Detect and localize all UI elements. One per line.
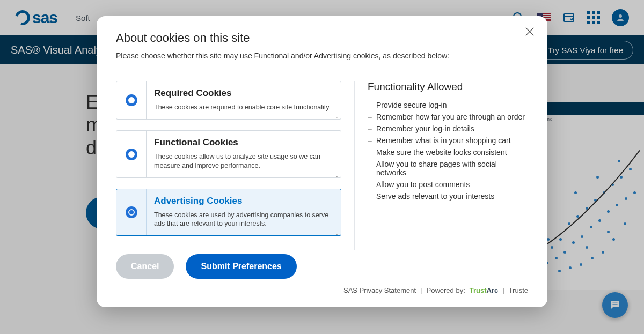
functionality-item: Allow you to post comments	[368, 179, 528, 190]
functionality-item: Make sure the website looks consistent	[368, 146, 528, 158]
card-desc: These cookies are used by advertising co…	[154, 211, 333, 228]
privacy-link[interactable]: SAS Privacy Statement	[343, 286, 416, 294]
radio-icon	[126, 206, 137, 218]
functionality-heading: Functionality Allowed	[368, 81, 528, 93]
close-button[interactable]	[524, 26, 536, 40]
divider	[116, 71, 528, 71]
footer-sep: |	[420, 286, 422, 294]
card-desc: These cookies are required to enable cor…	[154, 103, 333, 112]
submit-button[interactable]: Submit Preferences	[186, 254, 296, 279]
functionality-item: Serve ads relevant to your interests	[368, 190, 528, 202]
trustarc-logo[interactable]: TrustArc	[470, 286, 498, 294]
functionality-item: Allow you to share pages with social net…	[368, 158, 528, 179]
card-title: Advertising Cookies	[154, 196, 333, 206]
expand-icon[interactable]: ...	[335, 113, 338, 120]
cookie-modal: About cookies on this site Please choose…	[97, 16, 547, 307]
cookie-option-2[interactable]: Advertising CookiesThese cookies are use…	[116, 189, 341, 236]
radio-icon	[126, 149, 137, 160]
cookie-option-0[interactable]: Required CookiesThese cookies are requir…	[116, 81, 341, 120]
cookie-option-1[interactable]: Functional CookiesThese cookies allow us…	[116, 130, 341, 178]
functionality-item: Remember what is in your shopping cart	[368, 135, 528, 146]
functionality-item: Remember your log-in details	[368, 123, 528, 135]
close-icon	[524, 26, 536, 38]
truste-link[interactable]: Truste	[509, 286, 528, 294]
modal-subtitle: Please choose whether this site may use …	[116, 51, 528, 60]
cancel-button[interactable]: Cancel	[116, 254, 174, 279]
radio-icon	[126, 94, 137, 106]
card-title: Required Cookies	[154, 88, 333, 99]
expand-icon[interactable]: ...	[335, 171, 338, 179]
footer-sep: |	[502, 286, 504, 294]
card-desc: These cookies allow us to analyze site u…	[154, 152, 333, 170]
expand-icon[interactable]: ...	[335, 229, 338, 236]
functionality-item: Remember how far you are through an orde…	[368, 111, 528, 123]
powered-by-label: Powered by:	[427, 286, 465, 294]
functionality-item: Provide secure log-in	[368, 99, 528, 111]
card-title: Functional Cookies	[154, 137, 333, 148]
modal-title: About cookies on this site	[116, 31, 528, 45]
